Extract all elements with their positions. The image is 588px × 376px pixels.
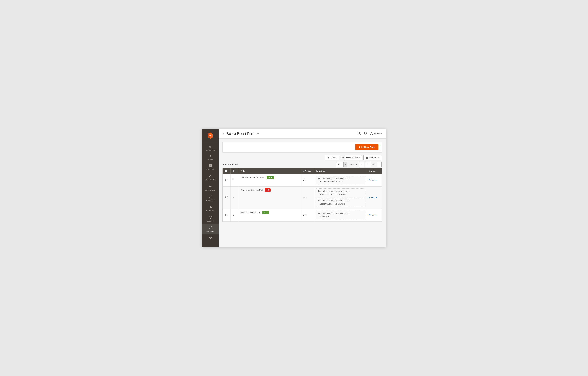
view-eye-icon bbox=[341, 156, 344, 159]
row-checkbox[interactable] bbox=[225, 179, 228, 181]
action-select-arrow: ▾ bbox=[376, 197, 377, 199]
view-dropdown-arrow: ▾ bbox=[359, 157, 360, 159]
cell-action: Select ▾ bbox=[367, 209, 382, 221]
filters-button[interactable]: Filters bbox=[325, 155, 339, 160]
search-icon[interactable] bbox=[358, 132, 361, 136]
sidebar-item-sales[interactable]: $ SALES bbox=[202, 153, 218, 162]
notification-icon[interactable] bbox=[364, 132, 367, 136]
sidebar-item-label: CONTENT bbox=[206, 200, 214, 201]
system-icon bbox=[208, 226, 212, 230]
th-conditions: Conditions bbox=[314, 168, 367, 174]
menu-icon[interactable]: ≡ bbox=[222, 132, 224, 136]
sidebar-item-label: STORES bbox=[207, 220, 214, 222]
admin-user-menu[interactable]: admin ▾ bbox=[370, 132, 382, 136]
records-bar: 3 records found 20 ▾ per page ‹ of 1 › bbox=[222, 162, 382, 167]
title-text: New Products Promo bbox=[241, 211, 261, 214]
topbar-left: ≡ Score Boost Rules ▾ bbox=[222, 132, 259, 136]
svg-rect-18 bbox=[210, 206, 211, 209]
filter-icon bbox=[327, 157, 330, 159]
page-title: Score Boost Rules ▾ bbox=[227, 132, 259, 136]
admin-dropdown-arrow: ▾ bbox=[381, 133, 382, 135]
columns-button[interactable]: Columns ▾ bbox=[363, 155, 382, 160]
sidebar: M ⊞ DASHBOARD $ SALES bbox=[202, 129, 218, 247]
svg-rect-34 bbox=[368, 157, 368, 159]
marketing-icon bbox=[208, 185, 212, 189]
content-area: Add New Rule Filters bbox=[218, 138, 386, 247]
sidebar-item-content[interactable]: CONTENT bbox=[202, 193, 218, 203]
action-select-arrow: ▾ bbox=[376, 179, 377, 181]
row-checkbox[interactable] bbox=[225, 214, 228, 216]
cell-is-active: Yes bbox=[301, 174, 314, 187]
next-page-button[interactable]: › bbox=[377, 162, 381, 167]
th-title: Title bbox=[239, 168, 301, 174]
svg-point-22 bbox=[210, 227, 211, 228]
sidebar-logo: M bbox=[202, 129, 218, 142]
per-page-arrow[interactable]: ▾ bbox=[343, 162, 347, 167]
sidebar-item-label: REPORTS bbox=[207, 210, 214, 212]
cell-id: 1 bbox=[230, 174, 239, 187]
sidebar-item-catalog[interactable]: CATALOG bbox=[202, 162, 218, 172]
action-toolbar: Add New Rule bbox=[222, 142, 382, 153]
sidebar-item-label: SALES bbox=[207, 158, 213, 160]
select-all-checkbox[interactable] bbox=[225, 170, 227, 172]
prev-page-button[interactable]: ‹ bbox=[359, 162, 364, 167]
main-content: ≡ Score Boost Rules ▾ bbox=[218, 129, 386, 247]
records-count: 3 records found bbox=[223, 163, 238, 166]
title-dropdown-arrow[interactable]: ▾ bbox=[257, 132, 259, 135]
cell-action: Select ▾ bbox=[367, 174, 382, 187]
sidebar-item-dashboard[interactable]: ⊞ DASHBOARD bbox=[202, 144, 218, 153]
cell-is-active: Yes bbox=[301, 187, 314, 209]
cell-is-active: Yes bbox=[301, 209, 314, 221]
reports-icon bbox=[208, 205, 212, 209]
sidebar-item-stores[interactable]: STORES bbox=[202, 214, 218, 224]
svg-rect-33 bbox=[367, 157, 367, 159]
cell-id: 2 bbox=[230, 187, 239, 209]
table-row: 2 Analog Watches to End ÷ 2 Yes If ALL o… bbox=[223, 187, 382, 209]
admin-avatar-icon bbox=[370, 132, 373, 136]
default-view-label: Default View bbox=[346, 157, 358, 159]
svg-rect-6 bbox=[210, 164, 212, 166]
sidebar-item-extensions[interactable] bbox=[202, 234, 218, 243]
cell-id: 3 bbox=[230, 209, 239, 221]
per-page-select[interactable]: 20 ▾ bbox=[336, 162, 347, 167]
topbar: ≡ Score Boost Rules ▾ bbox=[218, 129, 386, 138]
sidebar-item-reports[interactable]: REPORTS bbox=[202, 203, 218, 214]
svg-rect-17 bbox=[210, 207, 210, 209]
svg-rect-25 bbox=[209, 237, 210, 237]
per-page-value: 20 bbox=[336, 162, 343, 167]
row-checkbox[interactable] bbox=[225, 196, 228, 198]
svg-point-9 bbox=[210, 175, 211, 176]
extensions-icon bbox=[208, 236, 212, 240]
sidebar-item-marketing[interactable]: MARKETING bbox=[202, 183, 218, 193]
dashboard-icon: ⊞ bbox=[209, 146, 212, 149]
action-select-button[interactable]: Select ▾ bbox=[369, 214, 380, 216]
svg-rect-13 bbox=[209, 196, 211, 196]
action-select-button[interactable]: Select ▾ bbox=[369, 179, 380, 181]
topbar-right: admin ▾ bbox=[358, 132, 382, 136]
sidebar-item-label: CUSTOMERS bbox=[205, 179, 216, 181]
svg-rect-21 bbox=[210, 218, 211, 219]
action-select-arrow: ▾ bbox=[376, 214, 377, 216]
per-page-label: per page bbox=[349, 163, 357, 166]
total-pages-label: of 1 bbox=[372, 163, 376, 166]
action-select-button[interactable]: Select ▾ bbox=[369, 196, 380, 199]
current-page-input[interactable] bbox=[365, 162, 371, 167]
columns-arrow: ▾ bbox=[379, 157, 380, 159]
view-select-group: Default View ▾ bbox=[341, 155, 362, 160]
cell-title: New Products Promo + 5 bbox=[239, 209, 301, 221]
sidebar-item-customers[interactable]: CUSTOMERS bbox=[202, 172, 218, 183]
condition-block: If ALL of these conditions are TRUE: Sea… bbox=[316, 198, 365, 207]
add-new-rule-button[interactable]: Add New Rule bbox=[355, 144, 379, 150]
cell-conditions: If ALL of these conditions are TRUE: Pro… bbox=[314, 187, 367, 209]
columns-icon bbox=[366, 157, 368, 159]
cell-conditions: If ALL of these conditions are TRUE: New… bbox=[314, 209, 367, 221]
data-table: ▾ ID Title Is Active Cond bbox=[222, 168, 382, 222]
default-view-dropdown[interactable]: Default View ▾ bbox=[345, 155, 362, 160]
condition-block: If ALL of these conditions are TRUE: Pro… bbox=[316, 188, 365, 197]
svg-rect-19 bbox=[211, 207, 212, 209]
svg-rect-7 bbox=[209, 166, 210, 167]
svg-line-28 bbox=[360, 134, 360, 135]
sidebar-item-system[interactable]: SYSTEM bbox=[202, 224, 218, 234]
score-badge: + 5 bbox=[262, 211, 269, 214]
stores-icon bbox=[208, 216, 212, 220]
